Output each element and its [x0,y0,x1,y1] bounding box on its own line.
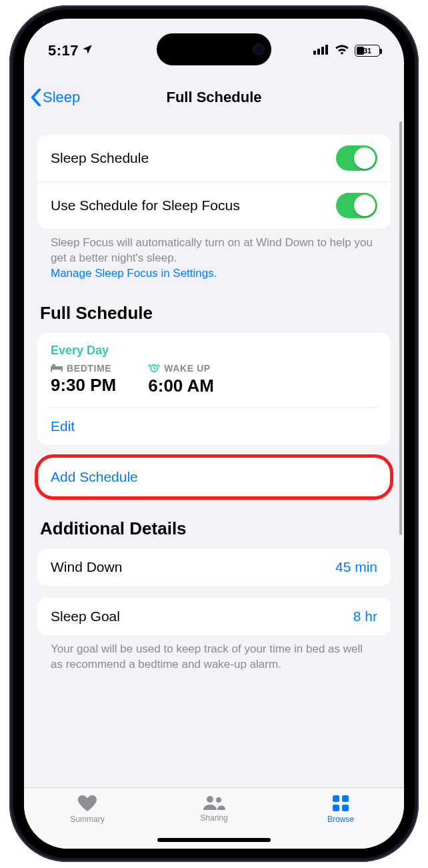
svg-rect-14 [342,805,349,811]
tab-sharing-label: Sharing [200,813,227,823]
add-schedule-button[interactable]: Add Schedule [37,457,391,497]
svg-rect-6 [61,370,63,372]
use-focus-toggle[interactable] [336,193,377,218]
grid-icon [332,795,349,812]
heart-icon [77,795,97,812]
wind-down-row[interactable]: Wind Down 45 min [37,548,391,586]
schedule-days: Every Day [51,344,377,358]
phone-frame: 5:17 [9,5,419,862]
location-icon [81,42,93,59]
people-icon [203,795,225,811]
svg-rect-7 [52,364,55,366]
svg-rect-3 [325,45,328,55]
back-button[interactable]: Sleep [31,89,80,106]
home-indicator[interactable] [157,838,271,842]
wind-down-group: Wind Down 45 min [37,548,391,586]
status-bar: 5:17 [24,35,404,67]
wind-down-value: 45 min [335,559,377,575]
sleep-schedule-label: Sleep Schedule [51,150,149,166]
svg-rect-11 [333,795,339,802]
battery-icon: 31 [355,45,380,57]
svg-rect-13 [333,805,339,811]
svg-point-10 [216,797,221,803]
bedtime-value: 9:30 PM [51,375,116,396]
status-time: 5:17 [48,42,79,59]
svg-rect-5 [51,370,52,372]
sleep-goal-label: Sleep Goal [51,608,120,624]
wakeup-value: 6:00 AM [148,376,214,396]
svg-rect-12 [342,795,349,802]
manage-focus-link[interactable]: Manage Sleep Focus in Settings. [51,267,217,280]
page-title: Full Schedule [166,89,261,106]
svg-rect-1 [317,49,320,55]
edit-schedule-button[interactable]: Edit [51,407,377,445]
wakeup-label: WAKE UP [164,363,211,374]
svg-rect-0 [313,51,316,55]
focus-note-text: Sleep Focus will automatically turn on a… [51,236,373,264]
additional-details-header: Additional Details [37,497,391,548]
tab-browse-label: Browse [327,815,354,824]
use-focus-label: Use Schedule for Sleep Focus [51,197,240,213]
svg-rect-4 [51,366,63,370]
nav-bar: Sleep Full Schedule [24,79,404,116]
sleep-goal-group: Sleep Goal 8 hr [37,598,391,635]
tab-summary-label: Summary [70,815,104,824]
sleep-schedule-row: Sleep Schedule [37,135,391,181]
svg-point-9 [207,796,213,803]
content-scroll[interactable]: Sleep Schedule Use Schedule for Sleep Fo… [24,119,404,787]
toggle-group: Sleep Schedule Use Schedule for Sleep Fo… [37,135,391,229]
use-focus-row: Use Schedule for Sleep Focus [37,181,391,229]
sleep-goal-value: 8 hr [353,608,377,624]
sleep-goal-row[interactable]: Sleep Goal 8 hr [37,598,391,635]
svg-rect-2 [321,47,324,55]
schedule-card[interactable]: Every Day BEDTIME 9:30 PM [37,333,391,445]
full-schedule-header: Full Schedule [37,282,391,333]
goal-footer-note: Your goal will be used to keep track of … [37,635,391,673]
focus-footer-note: Sleep Focus will automatically turn on a… [37,229,391,282]
tab-browse[interactable]: Browse [277,788,404,849]
wind-down-label: Wind Down [51,559,122,575]
screen: 5:17 [24,19,404,849]
cellular-icon [313,44,329,57]
back-label: Sleep [43,89,80,106]
bed-icon [51,363,63,374]
battery-percent: 31 [355,46,379,55]
sleep-schedule-toggle[interactable] [336,145,377,171]
tab-summary[interactable]: Summary [24,788,151,849]
bedtime-label: BEDTIME [67,363,111,374]
wifi-icon [335,44,349,57]
alarm-icon [148,363,160,374]
